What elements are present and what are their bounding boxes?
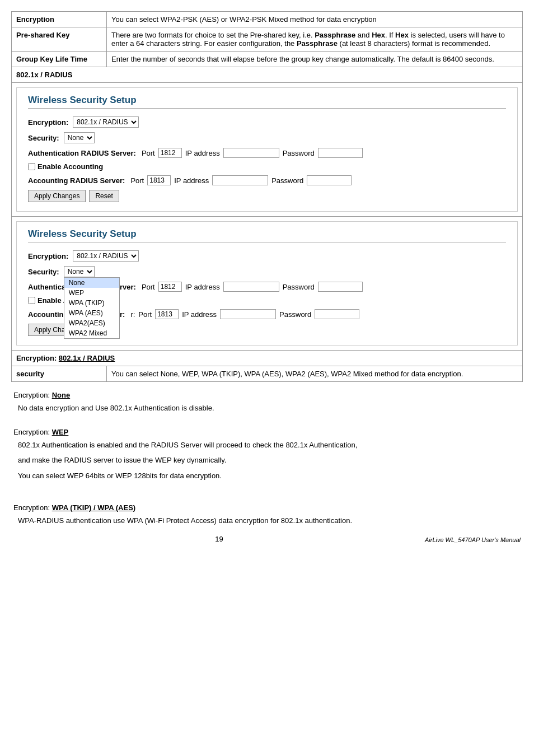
enc-wpa-prefix: Encryption: <box>13 503 50 512</box>
wss1-acct-ip-label: IP address <box>174 176 209 185</box>
wss1-acct-pass-input[interactable] <box>307 175 352 185</box>
wss2-acct-port-label-text: r: <box>130 310 135 319</box>
wss2-pass-label: Password <box>283 283 315 291</box>
wss1-auth-radius-label: Authentication RADIUS Server: <box>28 149 136 157</box>
section-header-radius: 802.1x / RADIUS <box>12 67 523 83</box>
table-row-security: security You can select None, WEP, WPA (… <box>12 366 523 382</box>
groupkey-content: Enter the number of seconds that will el… <box>107 52 523 67</box>
hex-bold-1: Hex <box>372 31 385 39</box>
dropdown-option-none[interactable]: None <box>64 278 119 288</box>
wss-title-1: Wireless Security Setup <box>28 95 506 109</box>
wss1-acct-port-input[interactable] <box>147 175 171 185</box>
wss1-auth-port-input[interactable] <box>158 148 182 158</box>
enc-wep-prefix: Encryption: <box>13 428 50 436</box>
table-row-encryption: Encryption You can select WPA2-PSK (AES)… <box>12 12 523 27</box>
wss1-encryption-label: Encryption: <box>28 118 68 127</box>
radius-section-heading: 802.1x / RADIUS <box>12 67 523 83</box>
wss1-apply-button[interactable]: Apply Changes <box>28 190 86 202</box>
wss2-security-row: Security: None None WEP WPA (TKIP) WPA (… <box>28 266 506 277</box>
wss-cell-2: Wireless Security Setup Encryption: 802.… <box>12 217 523 351</box>
wss2-acct-port-label: Port <box>138 310 152 319</box>
wss1-auth-ip-input[interactable] <box>223 148 279 158</box>
wss-box-2: Wireless Security Setup Encryption: 802.… <box>16 221 518 346</box>
preshared-content: There are two formats for choice to set … <box>107 27 523 52</box>
wss-row-1: Wireless Security Setup Encryption: 802.… <box>12 83 523 217</box>
wss1-enable-accounting-label: Enable Accounting <box>38 162 103 171</box>
wss2-security-dropdown-wrapper: None None WEP WPA (TKIP) WPA (AES) WPA2(… <box>64 266 95 277</box>
enc-wep-line1: 802.1x Authentication is enabled and the… <box>13 437 521 453</box>
enc-wpa-heading: Encryption: WPA (TKIP) / WPA (AES) <box>13 500 521 513</box>
wss2-auth-ip-input[interactable] <box>223 282 279 292</box>
wss1-encryption-select[interactable]: 802.1x / RADIUS <box>73 116 139 128</box>
enc-radius-prefix: Encryption: <box>16 354 57 362</box>
wss2-acct-port-input[interactable] <box>155 309 179 319</box>
wss2-security-select[interactable]: None <box>64 266 95 277</box>
encryption-label: Encryption <box>12 12 107 27</box>
enc-radius-header-row: Encryption: 802.1x / RADIUS <box>12 351 523 366</box>
wss1-security-select[interactable]: None <box>64 132 95 143</box>
wss2-port-label: Port <box>142 283 155 291</box>
page-footer: 19 AirLive WL_5470AP User's Manual <box>13 529 521 543</box>
wss1-acct-ip-input[interactable] <box>212 175 268 185</box>
enc-none-value: None <box>52 391 71 399</box>
enc-wpa-desc: WPA-RADIUS authentication use WPA (Wi-Fi… <box>13 513 521 529</box>
enc-radius-value: 802.1x / RADIUS <box>59 354 115 362</box>
wss2-acct-pass-input[interactable] <box>315 309 359 319</box>
wss1-acct-pass-label: Password <box>271 176 303 185</box>
wss1-port-label: Port <box>142 149 155 157</box>
passphrase-bold-2: Passphrase <box>297 39 338 48</box>
wss-row-2: Wireless Security Setup Encryption: 802.… <box>12 217 523 351</box>
wss1-pass-label: Password <box>283 149 315 157</box>
below-table-content: Encryption: None No data encryption and … <box>11 388 523 543</box>
wss2-acct-pass-label: Password <box>279 310 311 319</box>
wss-box-1: Wireless Security Setup Encryption: 802.… <box>16 87 518 212</box>
table-row-preshared: Pre-shared Key There are two formats for… <box>12 27 523 52</box>
page-number: 19 <box>13 535 425 543</box>
hex-bold-2: Hex <box>395 31 409 39</box>
wss1-encryption-row: Encryption: 802.1x / RADIUS <box>28 116 506 128</box>
enc-none-heading: Encryption: None <box>13 388 521 400</box>
enc-wep-value: WEP <box>52 428 69 436</box>
enc-wep-heading: Encryption: WEP <box>13 424 521 437</box>
wss2-acct-ip-label: IP address <box>182 310 217 319</box>
wss1-auth-radius-row: Authentication RADIUS Server: Port IP ad… <box>28 148 506 158</box>
preshared-label: Pre-shared Key <box>12 27 107 52</box>
wss2-ip-label: IP address <box>185 283 220 291</box>
groupkey-label: Group Key Life Time <box>12 52 107 67</box>
wss1-enable-accounting-row: Enable Accounting <box>28 162 506 171</box>
wss1-enable-accounting-checkbox[interactable] <box>28 163 35 170</box>
main-table: Encryption You can select WPA2-PSK (AES)… <box>11 11 523 382</box>
passphrase-bold: Passphrase <box>315 31 355 39</box>
wss2-auth-port-input[interactable] <box>158 282 182 292</box>
wss1-auth-pass-input[interactable] <box>318 148 363 158</box>
dropdown-option-wpa-tkip[interactable]: WPA (TKIP) <box>64 298 119 308</box>
security-label: security <box>12 366 107 382</box>
wss1-btn-row: Apply Changes Reset <box>28 190 506 202</box>
wss-title-2: Wireless Security Setup <box>28 228 506 242</box>
wss2-enable-accounting-checkbox[interactable] <box>28 297 35 304</box>
wss1-acct-port-label: Port <box>130 176 144 185</box>
wss2-security-dropdown-menu[interactable]: None WEP WPA (TKIP) WPA (AES) WPA2(AES) … <box>64 277 120 339</box>
wss2-security-label: Security: <box>28 268 59 276</box>
enc-radius-heading: Encryption: 802.1x / RADIUS <box>12 351 523 366</box>
wss1-reset-button[interactable]: Reset <box>89 190 119 202</box>
dropdown-option-wep[interactable]: WEP <box>64 288 119 298</box>
dropdown-option-wpa2-mixed[interactable]: WPA2 Mixed <box>64 328 119 338</box>
dropdown-option-wpa-aes[interactable]: WPA (AES) <box>64 308 119 318</box>
wss1-ip-label: IP address <box>185 149 220 157</box>
page-num-text: 19 <box>215 535 223 543</box>
wss2-encryption-select[interactable]: 802.1x / RADIUS <box>73 250 139 262</box>
encryption-content: You can select WPA2-PSK (AES) or WPA2-PS… <box>107 12 523 27</box>
wss2-encryption-label: Encryption: <box>28 252 68 260</box>
wss2-acct-ip-input[interactable] <box>220 309 276 319</box>
wss2-auth-pass-input[interactable] <box>318 282 363 292</box>
table-row-groupkey: Group Key Life Time Enter the number of … <box>12 52 523 67</box>
manual-reference: AirLive WL_5470AP User's Manual <box>425 534 521 543</box>
wss1-security-label: Security: <box>28 134 59 142</box>
wss2-encryption-row: Encryption: 802.1x / RADIUS <box>28 250 506 262</box>
wss1-acct-radius-label: Accounting RADIUS Server: <box>28 176 125 185</box>
enc-none-desc: No data encryption and Use 802.1x Authen… <box>13 400 521 416</box>
wss-cell-1: Wireless Security Setup Encryption: 802.… <box>12 83 523 217</box>
enc-none-prefix: Encryption: <box>13 391 50 399</box>
dropdown-option-wpa2-aes[interactable]: WPA2(AES) <box>64 318 119 328</box>
